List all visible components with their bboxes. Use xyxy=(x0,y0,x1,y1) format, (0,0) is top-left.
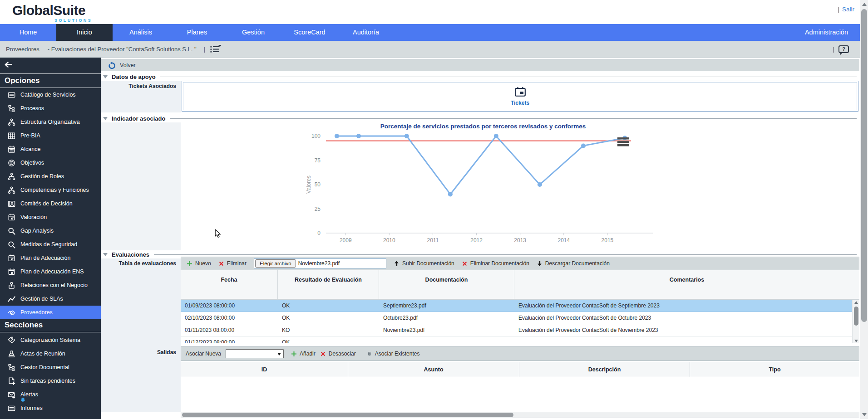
eliminar-button[interactable]: Eliminar xyxy=(218,260,247,267)
sidebar-collapse-button[interactable] xyxy=(5,61,18,71)
help-icon[interactable]: ? xyxy=(838,45,849,53)
anadir-button[interactable]: Añadir xyxy=(291,351,316,357)
scroll-up-icon[interactable] xyxy=(854,301,858,304)
sidebar-item-comites-de-decision[interactable]: Comités de Decisión xyxy=(0,197,101,210)
table-row[interactable]: 01/09/2023 08:00:00 OK Septiembre23.pdf … xyxy=(181,300,852,312)
breadcrumb-root[interactable]: Proveedores xyxy=(6,46,39,53)
documents-icon xyxy=(7,91,16,99)
sidebar-item-competencias-y-funciones[interactable]: Competencias y Funciones xyxy=(0,183,101,197)
sidebar-item-objetivos[interactable]: Objetivos xyxy=(0,156,101,170)
sidebar-item-actas-de-reunion[interactable]: Actas de Reunión xyxy=(0,347,101,361)
selected-file-name: Noviembre23.pdf xyxy=(298,260,340,267)
svg-text:Valores: Valores xyxy=(306,175,312,194)
sidebar-sections-title: Secciones xyxy=(5,321,43,330)
asociar-existentes-button[interactable]: Asociar Existentes xyxy=(367,350,420,358)
table-row[interactable]: 01/11/2023 08:00:00 KO Noviembre23.pdf E… xyxy=(181,324,852,336)
nav-gestion[interactable]: Gestión xyxy=(225,24,281,41)
nav-scorecard[interactable]: ScoreCard xyxy=(281,24,338,41)
column-header-fecha[interactable]: Fecha xyxy=(181,270,278,299)
sidebar-item-gap-analysis[interactable]: Gap Analysis xyxy=(0,224,101,238)
column-header-asunto[interactable]: Asunto xyxy=(348,362,519,377)
subir-documentacion-button[interactable]: Subir Documentación xyxy=(394,260,454,267)
briefcase-person-icon xyxy=(7,281,16,289)
sidebar-item-plan-de-adecuacion[interactable]: Plan de Adecuación xyxy=(0,251,101,265)
sidebar-item-sin-tareas-pendientes[interactable]: Sin tareas pendientes xyxy=(0,374,101,388)
search-icon xyxy=(7,227,16,235)
eliminar-documentacion-button[interactable]: Eliminar Documentación xyxy=(462,260,529,267)
sidebar-item-alcance[interactable]: Alcance xyxy=(0,142,101,156)
label-column xyxy=(101,122,181,250)
logout-link[interactable]: Salir xyxy=(842,6,854,13)
nav-administracion[interactable]: Administración xyxy=(793,24,860,41)
section-datos-de-apoyo: Datos de apoyo xyxy=(103,73,858,81)
page-scrollbar[interactable] xyxy=(860,0,868,419)
x-icon xyxy=(320,351,326,357)
collapse-triangle-icon[interactable] xyxy=(103,117,108,120)
volver-button[interactable]: Volver xyxy=(120,62,136,68)
page-menu-icon[interactable] xyxy=(210,44,222,54)
sidebar-item-relaciones-con-el-negocio[interactable]: Relaciones con el Negocio xyxy=(0,278,101,292)
file-input[interactable]: Elegir archivo Noviembre23.pdf xyxy=(254,258,386,268)
table-row[interactable]: 02/10/2023 08:00:00 OK Octubre23.pdf Eva… xyxy=(181,312,852,324)
sidebar-item-alertas[interactable]: Alertas xyxy=(0,388,101,401)
svg-text:2009: 2009 xyxy=(340,237,352,244)
sidebar-item-estructura-organizativa[interactable]: Estructura Organizativa xyxy=(0,115,101,129)
sidebar-item-medidas-de-seguridad[interactable]: Medidas de Seguridad xyxy=(0,238,101,251)
tickets-icon xyxy=(514,86,526,99)
elegir-archivo-button[interactable]: Elegir archivo xyxy=(255,259,296,268)
scroll-up-icon[interactable] xyxy=(862,3,867,6)
table-row[interactable]: 01/12/2023 08:00:00 OK xyxy=(181,336,852,343)
desasociar-button[interactable]: Desasociar xyxy=(320,351,356,357)
collapse-triangle-icon[interactable] xyxy=(103,75,108,78)
org-tree-icon xyxy=(7,363,16,371)
scroll-down-icon[interactable] xyxy=(862,413,867,416)
label-column xyxy=(101,258,181,412)
salidas-label: Salidas xyxy=(101,349,176,356)
table-scrollbar[interactable] xyxy=(852,300,859,343)
asociar-nueva-select[interactable] xyxy=(226,349,284,358)
scroll-thumb[interactable] xyxy=(854,307,858,326)
scroll-thumb[interactable] xyxy=(182,413,513,417)
sidebar-item-procesos[interactable]: Procesos xyxy=(0,102,101,115)
sidebar-item-proveedores[interactable]: Proveedores xyxy=(0,306,101,319)
nav-auditoria[interactable]: Auditoría xyxy=(338,24,394,41)
sidebar-item-plan-de-adecuacion-ens[interactable]: Plan de Adecuación ENS xyxy=(0,265,101,278)
tickets-asociados-field[interactable]: Tickets xyxy=(182,81,858,112)
app-window: GlobalSuite SOLUTIONS |Salir Home Inicio… xyxy=(0,0,868,419)
column-header-id[interactable]: ID xyxy=(181,362,348,377)
section-rule xyxy=(154,254,857,255)
nav-home[interactable]: Home xyxy=(0,24,56,41)
org-tree-icon xyxy=(7,104,16,112)
logo: GlobalSuite xyxy=(12,3,85,18)
arrow-down-icon xyxy=(537,260,542,267)
sidebar-item-gestion-de-slas[interactable]: Gestión de SLAs xyxy=(0,292,101,306)
breadcrumb-current: - Evaluaciones del Proveedor "ContaSoft … xyxy=(48,46,197,53)
sidebar-item-gestor-documental[interactable]: Gestor Documental xyxy=(0,361,101,374)
sidebar-item-categorizacion-sistema[interactable]: Categorización Sistema xyxy=(0,333,101,347)
svg-text:0: 0 xyxy=(317,230,321,236)
collapse-triangle-icon[interactable] xyxy=(103,253,108,256)
svg-text:75: 75 xyxy=(315,157,321,164)
column-header-descripcion[interactable]: Descripción xyxy=(519,362,690,377)
sidebar-item-gestion-de-roles[interactable]: Gestión de Roles xyxy=(0,170,101,183)
sidebar-item-valoracion[interactable]: Valoración xyxy=(0,210,101,224)
descargar-documentacion-button[interactable]: Descargar Documentación xyxy=(537,260,610,267)
nav-planes[interactable]: Planes xyxy=(169,24,225,41)
nav-inicio[interactable]: Inicio xyxy=(56,24,113,41)
column-header-comentarios[interactable]: Comentarios xyxy=(514,270,859,299)
scroll-down-icon[interactable] xyxy=(854,340,858,342)
scroll-thumb[interactable] xyxy=(861,9,867,322)
sidebar-item-informes[interactable]: Informes xyxy=(0,401,101,415)
sidebar-item-catalogo-de-servicios[interactable]: Catálogo de Servicios xyxy=(0,88,101,102)
mail-icon xyxy=(7,390,16,399)
nuevo-button[interactable]: Nuevo xyxy=(187,260,211,267)
column-header-documentacion[interactable]: Documentación xyxy=(379,270,514,299)
sidebar-options-title: Opciones xyxy=(5,76,39,85)
horizontal-scrollbar[interactable] xyxy=(181,412,859,418)
sidebar-item-pre-bia[interactable]: Pre-BIA xyxy=(0,129,101,142)
section-rule xyxy=(160,77,857,77)
plus-icon xyxy=(291,351,297,357)
nav-analisis[interactable]: Análisis xyxy=(113,24,169,41)
column-header-resultado[interactable]: Resultado de Evaluación xyxy=(278,270,379,299)
column-header-tipo[interactable]: Tipo xyxy=(690,362,859,377)
